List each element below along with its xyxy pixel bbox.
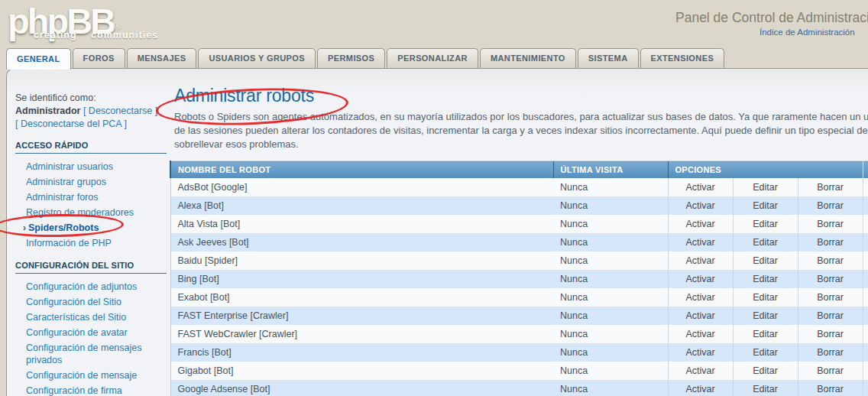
last-visit-cell: Nunca	[553, 307, 668, 325]
borrar-link[interactable]: Borrar	[817, 219, 844, 229]
table-row: FAST WebCrawler [Crawler]NuncaActivarEdi…	[170, 325, 868, 343]
last-visit-cell: Nunca	[553, 215, 668, 233]
borrar-link[interactable]: Borrar	[817, 347, 844, 358]
username: Administrador	[15, 105, 80, 116]
extra-cell	[863, 233, 868, 252]
sidebar-item-características-del-sitio[interactable]: Características del Sitio	[15, 310, 167, 325]
sidebar-item-configuración-del-sitio[interactable]: Configuración del Sitio	[15, 294, 167, 310]
editar-link[interactable]: Editar	[753, 255, 778, 266]
editar-link[interactable]: Editar	[753, 347, 778, 358]
editar-cell: Editar	[733, 196, 798, 215]
phpbb-logo[interactable]: phpBB® creating communities	[8, 0, 121, 42]
borrar-link[interactable]: Borrar	[817, 329, 844, 339]
activar-link[interactable]: Activar	[685, 384, 714, 394]
sidebar-item-configuración-de-adjuntos[interactable]: Configuración de adjuntos	[15, 279, 167, 294]
tab-foros[interactable]: FOROS	[73, 48, 125, 68]
logout-link[interactable]: [ Desconectarse ]	[83, 105, 157, 116]
sidebar-item-configuración-de-firma[interactable]: Configuración de firma	[15, 383, 167, 396]
tab-extensiones[interactable]: EXTENSIONES	[640, 48, 725, 68]
activar-link[interactable]: Activar	[685, 292, 714, 303]
column-header-robot-name: NOMBRE DEL ROBOT	[170, 161, 553, 178]
phpbb-logo-tagline: creating communities	[34, 30, 158, 41]
last-visit-cell: Nunca	[553, 325, 668, 343]
editar-link[interactable]: Editar	[753, 292, 778, 303]
borrar-cell: Borrar	[798, 362, 863, 380]
tab-personalizar[interactable]: PERSONALIZAR	[387, 48, 478, 68]
editar-link[interactable]: Editar	[753, 182, 778, 193]
editar-cell: Editar	[733, 288, 798, 307]
editar-link[interactable]: Editar	[753, 274, 778, 284]
borrar-cell: Borrar	[798, 307, 863, 325]
bot-name-cell: Francis [Bot]	[170, 343, 553, 362]
activar-link[interactable]: Activar	[685, 255, 714, 266]
editar-link[interactable]: Editar	[753, 219, 778, 229]
borrar-link[interactable]: Borrar	[817, 200, 844, 211]
sidebar-section-list: Configuración de adjuntosConfiguración d…	[15, 279, 167, 396]
bot-name-cell: Gigabot [Bot]	[170, 362, 553, 380]
borrar-link[interactable]: Borrar	[817, 237, 844, 248]
borrar-link[interactable]: Borrar	[817, 274, 844, 284]
acp-index-link[interactable]: Índice de Administración	[760, 28, 855, 37]
acp-page-title: Panel de Control de Administración	[675, 10, 868, 26]
tab-general[interactable]: GENERAL	[6, 48, 71, 70]
editar-link[interactable]: Editar	[753, 237, 778, 248]
table-row: Alta Vista [Bot]NuncaActivarEditarBorrar	[170, 215, 868, 233]
sidebar-item-configuración-de-mensajes-privados[interactable]: Configuración de mensajes privados	[15, 340, 167, 368]
editar-link[interactable]: Editar	[753, 200, 778, 211]
borrar-link[interactable]: Borrar	[817, 365, 844, 376]
extra-cell	[863, 196, 868, 215]
activar-link[interactable]: Activar	[685, 365, 714, 376]
activar-link[interactable]: Activar	[685, 182, 714, 193]
activar-link[interactable]: Activar	[685, 200, 714, 211]
last-visit-cell: Nunca	[553, 343, 668, 362]
sidebar-item-administrar-foros[interactable]: Administrar foros	[15, 190, 167, 205]
sidebar-item-administrar-grupos[interactable]: Administrar grupos	[15, 174, 167, 190]
tab-mensajes[interactable]: MENSAJES	[127, 48, 197, 68]
borrar-link[interactable]: Borrar	[817, 255, 844, 266]
user-info: Se identificó como: Administrador [ Desc…	[15, 92, 167, 131]
logout-pca-link[interactable]: [ Desconectarse del PCA ]	[15, 118, 127, 129]
borrar-cell: Borrar	[798, 380, 863, 396]
editar-link[interactable]: Editar	[753, 365, 778, 376]
activar-cell: Activar	[668, 196, 733, 215]
borrar-link[interactable]: Borrar	[817, 310, 844, 321]
activar-link[interactable]: Activar	[685, 310, 714, 321]
activar-link[interactable]: Activar	[685, 347, 714, 358]
editar-link[interactable]: Editar	[753, 310, 778, 321]
bot-name-cell: Bing [Bot]	[170, 270, 553, 288]
extra-cell	[863, 178, 868, 196]
bot-name-cell: Alexa [Bot]	[170, 196, 553, 215]
editar-cell: Editar	[733, 178, 798, 196]
activar-link[interactable]: Activar	[685, 237, 714, 248]
tab-sistema[interactable]: SISTEMA	[578, 48, 639, 68]
last-visit-cell: Nunca	[553, 233, 668, 252]
sidebar-item-spiders-robots[interactable]: ›Spiders/Robots	[15, 220, 167, 235]
sidebar-item-configuración-de-mensaje[interactable]: Configuración de mensaje	[15, 368, 167, 383]
sidebar-item-configuración-de-avatar[interactable]: Configuración de avatar	[15, 325, 167, 340]
sidebar-item-administrar-usuarios[interactable]: Administrar usuarios	[15, 159, 167, 174]
description-line: sobrellevar esos problemas.	[174, 138, 868, 151]
editar-cell: Editar	[733, 252, 798, 270]
tab-permisos[interactable]: PERMISOS	[317, 48, 385, 68]
borrar-link[interactable]: Borrar	[817, 182, 844, 193]
tab-mantenimiento[interactable]: MANTENIMIENTO	[480, 48, 576, 68]
editar-link[interactable]: Editar	[753, 329, 778, 339]
borrar-link[interactable]: Borrar	[817, 384, 844, 394]
sidebar-section-title-configuración-del-sitio: CONFIGURACIÓN DEL SITIO	[15, 261, 167, 274]
bot-name-cell: FAST Enterprise [Crawler]	[170, 307, 553, 325]
activar-link[interactable]: Activar	[685, 274, 714, 284]
borrar-link[interactable]: Borrar	[817, 292, 844, 303]
main-content: Administrar robots Robots o Spiders son …	[174, 86, 868, 151]
page-description: Robots o Spiders son agentes automatizad…	[174, 110, 868, 151]
activar-link[interactable]: Activar	[685, 329, 714, 339]
extra-cell	[863, 215, 868, 233]
editar-link[interactable]: Editar	[753, 384, 778, 394]
activar-cell: Activar	[668, 215, 733, 233]
sidebar-item-registro-de-moderadores[interactable]: Registro de moderadores	[15, 205, 167, 220]
last-visit-cell: Nunca	[553, 196, 668, 215]
last-visit-cell: Nunca	[553, 178, 668, 196]
editar-cell: Editar	[733, 362, 798, 380]
activar-link[interactable]: Activar	[685, 219, 714, 229]
tab-usuarios-y-grupos[interactable]: USUARIOS Y GRUPOS	[198, 48, 316, 68]
sidebar-item-información-de-php[interactable]: Información de PHP	[15, 235, 167, 251]
